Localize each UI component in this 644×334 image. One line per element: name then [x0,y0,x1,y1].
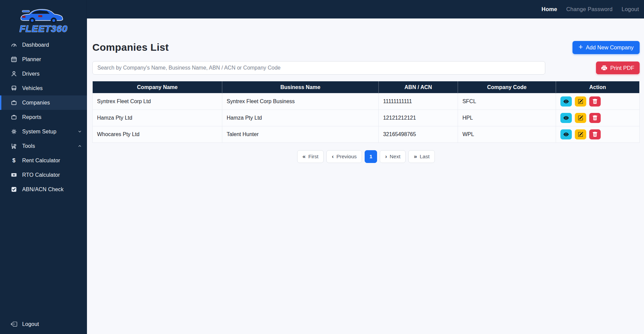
chevrons-right-icon: » [414,153,417,160]
cell-company-name: Hamza Pty Ltd [93,110,222,126]
pagination-first-button[interactable]: « First [297,150,324,163]
companies-table: Company Name Business Name ABN / ACN Com… [92,81,640,143]
sidebar-item-label: Companies [22,100,50,106]
briefcase-icon [10,99,17,106]
chevron-up-icon [78,144,82,148]
cell-company-name: Syntrex Fleet Corp Ltd [93,93,222,110]
sidebar-item-tools[interactable]: Tools [0,139,87,153]
sidebar-item-label: Rent Calculator [22,158,60,164]
trash-icon [592,99,598,104]
pencil-square-icon [578,115,583,121]
cash-icon [10,172,17,178]
pagination: « First ‹ Previous 1 › Next » Last [92,150,640,163]
svg-text:$: $ [12,157,15,164]
sidebar-item-label: System Setup [22,129,56,135]
chevrons-left-icon: « [303,153,306,160]
calendar-icon [10,56,17,63]
sidebar-item-companies[interactable]: Companies [0,95,87,110]
sidebar-item-rto-calculator[interactable]: RTO Calculator [0,168,87,182]
sidebar-item-label: Planner [22,56,41,62]
sidebar: FLEET360 Dashboard Planner Drivers [0,0,87,334]
cell-business-name: Hamza Pty Ltd [222,110,379,126]
pagination-last-button[interactable]: » Last [408,150,435,163]
print-pdf-button[interactable]: Print PDF [596,61,640,74]
topbar: Home Change Password Logout [87,0,644,18]
brand-logo[interactable]: FLEET360 [0,0,87,38]
sidebar-item-label: Tools [22,143,35,149]
pencil-square-icon [578,99,583,104]
view-button[interactable] [560,96,572,107]
table-header-row: Company Name Business Name ABN / ACN Com… [93,81,640,93]
plus-icon: + [579,43,583,51]
add-new-company-button[interactable]: + Add New Company [572,41,640,54]
sidebar-item-label: Vehicles [22,85,43,91]
topbar-home-link[interactable]: Home [542,6,557,12]
vehicle-front-icon [10,85,17,92]
column-header-business-name: Business Name [222,81,379,93]
delete-button[interactable] [589,129,601,139]
search-input[interactable] [92,61,545,75]
sidebar-logout-button[interactable]: Logout [0,317,87,331]
chevron-right-icon: › [385,153,387,160]
column-header-action: Action [556,81,639,93]
pagination-page-1-button[interactable]: 1 [365,150,377,163]
pagination-current-page-label: 1 [369,154,372,160]
dollar-icon: $ [10,157,17,164]
sidebar-item-reports[interactable]: Reports [0,110,87,124]
topbar-logout-link[interactable]: Logout [622,6,639,12]
pagination-last-label: Last [420,154,429,160]
table-row: Hamza Pty Ltd Hamza Pty Ltd 12121212121 … [93,110,640,126]
sidebar-item-label: Dashboard [22,42,49,48]
table-row: Whocares Pty Ltd Talent Hunter 321654987… [93,126,640,143]
cell-abn-acn: 32165498765 [378,126,458,143]
person-icon [10,71,17,77]
chevron-left-icon: ‹ [332,153,334,160]
brand-name: FLEET360 [19,24,67,34]
eye-icon [563,99,569,104]
printer-icon [601,65,607,71]
eye-icon [563,132,569,137]
cell-company-name: Whocares Pty Ltd [93,126,222,143]
sidebar-item-system-setup[interactable]: System Setup [0,124,87,139]
column-header-company-code: Company Code [458,81,556,93]
column-header-abn-acn: ABN / ACN [378,81,458,93]
pagination-first-label: First [308,154,318,160]
delete-button[interactable] [589,113,601,123]
check-square-icon [10,186,17,193]
sidebar-item-dashboard[interactable]: Dashboard [0,38,87,52]
edit-button[interactable] [575,113,586,123]
column-header-company-name: Company Name [93,81,222,93]
view-button[interactable] [560,129,572,139]
sidebar-item-rent-calculator[interactable]: $ Rent Calculator [0,153,87,168]
delete-button[interactable] [589,96,601,107]
sidebar-item-label: ABN/ACN Check [22,186,64,193]
tools-icon [10,143,17,150]
main-content: Companies List + Add New Company Print P… [87,18,644,334]
pagination-previous-button[interactable]: ‹ Previous [326,150,362,163]
cell-abn-acn: 11111111111 [378,93,458,110]
sidebar-item-vehicles[interactable]: Vehicles [0,81,87,95]
chevron-down-icon [78,129,82,134]
pencil-square-icon [578,132,583,137]
edit-button[interactable] [575,96,586,107]
fleet360-logo-icon: FLEET360 [15,6,68,35]
trash-icon [592,115,598,121]
edit-button[interactable] [575,129,586,139]
table-row: Syntrex Fleet Corp Ltd Syntrex Fleet Cor… [93,93,640,110]
briefcase-icon [10,114,17,121]
eye-icon [563,115,569,121]
sidebar-item-planner[interactable]: Planner [0,52,87,67]
gear-icon [10,128,17,135]
sidebar-item-drivers[interactable]: Drivers [0,67,87,81]
add-new-company-label: Add New Company [586,44,634,51]
sidebar-item-label: RTO Calculator [22,172,60,178]
topbar-change-password-link[interactable]: Change Password [566,6,613,12]
view-button[interactable] [560,113,572,123]
app-window: FLEET360 Dashboard Planner Drivers [0,0,644,334]
cell-company-code: SFCL [458,93,556,110]
trash-icon [592,132,598,137]
pagination-next-button[interactable]: › Next [380,150,406,163]
sidebar-item-abn-acn-check[interactable]: ABN/ACN Check [0,182,87,197]
cell-company-code: HPL [458,110,556,126]
print-pdf-label: Print PDF [610,65,634,71]
